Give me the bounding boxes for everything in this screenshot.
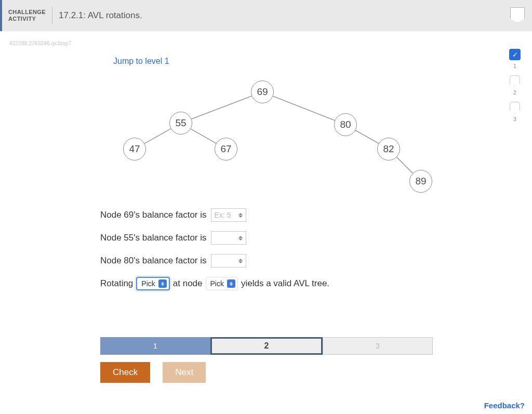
rotating-mid: at node: [173, 278, 203, 289]
tree-node-47: 47: [123, 138, 146, 161]
rotating-prefix: Rotating: [100, 278, 133, 289]
tree-node-89: 89: [409, 170, 432, 193]
spinner-icon[interactable]: [238, 211, 244, 219]
header-label: CHALLENGE ACTIVITY: [8, 9, 50, 22]
caret-icon: [158, 279, 167, 288]
feedback-link[interactable]: Feedback?: [484, 401, 525, 410]
pick-label: Pick: [210, 279, 224, 288]
reference-id: 422288.2763246.qx3zqy7: [9, 41, 522, 46]
svg-line-0: [192, 96, 252, 119]
q1-label: Node 69's balance factor is: [100, 210, 207, 220]
tree-node-80: 80: [334, 113, 357, 136]
tree-node-55: 55: [169, 112, 192, 135]
avl-tree-diagram: 69558047678289: [100, 76, 464, 201]
header-divider: [52, 7, 52, 24]
caret-icon: [227, 279, 235, 288]
activity-title: 17.2.1: AVL rotations.: [59, 10, 142, 21]
next-button[interactable]: Next: [163, 362, 206, 383]
step-indicator: ✓ 1 2 3: [509, 49, 521, 125]
q1-input[interactable]: Ex: 5: [211, 208, 246, 222]
svg-line-1: [273, 96, 335, 121]
spinner-icon[interactable]: [238, 234, 244, 242]
svg-line-2: [144, 129, 171, 143]
q2-label: Node 55's balance factor is: [100, 233, 207, 243]
step-1-num: 1: [513, 63, 516, 69]
level-3-tab[interactable]: 3: [323, 337, 433, 355]
header-label-line2: ACTIVITY: [8, 16, 50, 22]
step-1-done-icon: ✓: [509, 49, 521, 60]
level-progress-bar: 1 2 3: [100, 337, 433, 355]
tree-node-67: 67: [215, 138, 237, 161]
q3-input[interactable]: [211, 254, 246, 268]
spinner-icon[interactable]: [238, 257, 244, 265]
jump-to-level-link[interactable]: Jump to level 1: [113, 57, 169, 66]
q2-input[interactable]: [211, 231, 246, 245]
tree-node-82: 82: [377, 138, 400, 161]
step-2-shield-icon: [510, 75, 520, 87]
rotating-suffix: yields a valid AVL tree.: [241, 278, 329, 289]
svg-line-4: [355, 130, 379, 143]
header-label-line1: CHALLENGE: [8, 9, 50, 16]
check-button[interactable]: Check: [100, 362, 150, 383]
q1-placeholder: Ex: 5: [215, 211, 231, 219]
tree-node-69: 69: [251, 81, 274, 103]
step-3-num: 3: [513, 116, 516, 122]
question-block: Node 69's balance factor is Ex: 5 Node 5…: [100, 208, 522, 290]
step-2-num: 2: [513, 90, 516, 96]
step-3-shield-icon: [510, 102, 520, 113]
header-shield-icon: [510, 7, 525, 23]
q3-label: Node 80's balance factor is: [100, 256, 207, 266]
svg-line-5: [397, 157, 413, 173]
pick-label: Pick: [141, 279, 155, 288]
level-2-tab[interactable]: 2: [210, 337, 323, 355]
rotation-direction-picker[interactable]: Pick: [136, 277, 169, 290]
rotation-node-picker[interactable]: Pick: [206, 277, 238, 290]
level-1-tab[interactable]: 1: [100, 337, 210, 355]
svg-line-3: [191, 129, 216, 143]
challenge-header: CHALLENGE ACTIVITY 17.2.1: AVL rotations…: [0, 0, 532, 31]
